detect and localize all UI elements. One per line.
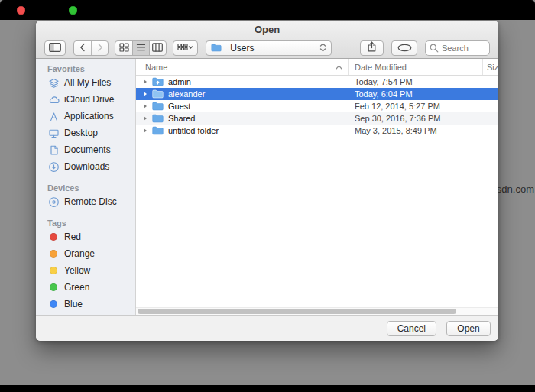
popup-arrows-icon (319, 41, 326, 55)
search-field (425, 40, 490, 56)
sidebar-item-documents[interactable]: Documents (36, 141, 135, 158)
file-name: admin (168, 77, 191, 86)
column-header-name[interactable]: Name (136, 59, 348, 75)
tags-button[interactable] (391, 40, 417, 56)
icon-view-icon (119, 41, 129, 55)
location-popup-button[interactable]: Users (206, 40, 331, 56)
dialog-footer: Cancel Open (36, 315, 498, 341)
cancel-button[interactable]: Cancel (387, 321, 436, 336)
file-date-modified: Today, 7:54 PM (348, 77, 481, 86)
sidebar-item-downloads[interactable]: Downloads (36, 158, 135, 175)
downloads-icon (47, 161, 60, 173)
sidebar-panel-icon (49, 41, 61, 55)
sidebar-item-tag-red[interactable]: Red (36, 228, 135, 245)
toolbar: Users (36, 37, 498, 58)
folder-icon (152, 114, 164, 123)
sidebar-item-applications[interactable]: Applications (36, 108, 135, 125)
dialog-content: Favorites All My Files iCloud Drive (36, 59, 498, 315)
share-button[interactable] (360, 40, 384, 56)
dialog-header: Open (36, 21, 498, 59)
file-row-untitled-folder[interactable]: untitled folder May 3, 2015, 8:49 PM (136, 125, 498, 137)
view-mode-segmented-control (115, 40, 166, 56)
sidebar-item-tag-orange[interactable]: Orange (36, 245, 135, 262)
sidebar-item-tag-blue[interactable]: Blue (36, 296, 135, 313)
disclosure-triangle-icon[interactable] (144, 79, 147, 84)
remote-disc-icon (47, 196, 60, 208)
green-tag-icon (47, 283, 60, 291)
folder-icon (152, 89, 164, 99)
file-list: Name Date Modified Size (136, 59, 498, 315)
sidebar-item-tag-yellow[interactable]: Yellow (36, 262, 135, 279)
sidebar-item-desktop[interactable]: Desktop (36, 125, 135, 141)
documents-icon (47, 144, 60, 156)
forward-button[interactable] (91, 41, 108, 55)
sidebar-section-devices: Devices (36, 183, 135, 193)
sidebar-item-label: Blue (64, 299, 83, 309)
close-window-button[interactable] (17, 6, 25, 15)
arrange-menu-button[interactable] (173, 40, 199, 56)
red-tag-icon (47, 233, 60, 241)
file-row-guest[interactable]: Guest Feb 12, 2014, 5:27 PM (136, 100, 498, 112)
dialog-titlebar: Open (36, 21, 498, 37)
column-label: Name (145, 63, 167, 72)
sidebar-item-label: Downloads (64, 161, 109, 172)
chevron-left-icon (79, 41, 86, 55)
disclosure-triangle-icon[interactable] (144, 116, 147, 121)
file-name: Shared (168, 114, 195, 123)
sidebar-item-label: Desktop (64, 128, 98, 138)
tags-oval-icon (397, 41, 412, 55)
open-dialog: Open (36, 21, 498, 341)
file-row-alexander[interactable]: alexander Today, 6:04 PM (136, 88, 498, 100)
sidebar-item-remote-disc[interactable]: Remote Disc (36, 193, 135, 210)
column-view-icon (152, 41, 163, 55)
sidebar-item-label: Green (64, 282, 89, 293)
list-view-icon (136, 41, 146, 55)
horizontal-scrollbar-thumb[interactable] (138, 309, 456, 314)
outer-window-titlebar (0, 0, 535, 20)
file-row-admin[interactable]: admin Today, 7:54 PM (136, 76, 498, 88)
folder-icon (152, 102, 164, 111)
sidebar-item-all-my-files[interactable]: All My Files (36, 74, 135, 91)
sidebar-item-label: Applications (64, 111, 114, 121)
sidebar-item-label: iCloud Drive (64, 94, 114, 105)
icloud-icon (47, 94, 60, 105)
dialog-title: Open (255, 24, 280, 35)
column-label: Date Modified (355, 63, 407, 72)
column-header-size[interactable]: Size (483, 59, 498, 75)
back-button[interactable] (74, 41, 91, 55)
file-name: Guest (168, 102, 190, 111)
sort-ascending-icon (336, 65, 342, 70)
sidebar-section-favorites: Favorites (36, 63, 135, 74)
sidebar-toggle-button[interactable] (44, 40, 66, 56)
list-view-button[interactable] (132, 41, 149, 55)
disclosure-triangle-icon[interactable] (144, 92, 147, 96)
outer-window-bottom-edge (0, 385, 535, 392)
magnifier-icon (430, 44, 439, 53)
horizontal-scrollbar[interactable] (136, 307, 498, 315)
disclosure-triangle-icon[interactable] (144, 128, 147, 133)
blue-tag-icon (47, 300, 60, 308)
sidebar-section-tags: Tags (36, 218, 135, 228)
column-view-button[interactable] (149, 41, 166, 55)
all-my-files-icon (47, 77, 60, 89)
orange-tag-icon (47, 250, 60, 258)
sidebar-item-label: Yellow (64, 265, 90, 276)
folder-up-icon (152, 77, 164, 86)
sidebar-item-label: Documents (64, 144, 111, 155)
file-name: alexander (168, 89, 205, 99)
column-header-date-modified[interactable]: Date Modified (349, 59, 482, 75)
zoom-window-button[interactable] (69, 6, 77, 15)
icon-view-button[interactable] (115, 41, 132, 55)
desktop-icon (47, 128, 60, 139)
file-row-shared[interactable]: Shared Sep 30, 2016, 7:36 PM (136, 112, 498, 125)
disclosure-triangle-icon[interactable] (144, 104, 147, 109)
open-button[interactable]: Open (446, 321, 491, 336)
sidebar-item-tag-green[interactable]: Green (36, 279, 135, 296)
file-date-modified: Sep 30, 2016, 7:36 PM (348, 114, 481, 123)
sidebar-item-icloud-drive[interactable]: iCloud Drive (36, 91, 135, 108)
file-date-modified: May 3, 2015, 8:49 PM (348, 126, 481, 135)
sidebar-item-label: Red (64, 232, 81, 242)
column-label: Size (487, 63, 498, 72)
file-date-modified: Today, 6:04 PM (348, 89, 481, 99)
sidebar-item-label: All My Files (64, 77, 111, 88)
